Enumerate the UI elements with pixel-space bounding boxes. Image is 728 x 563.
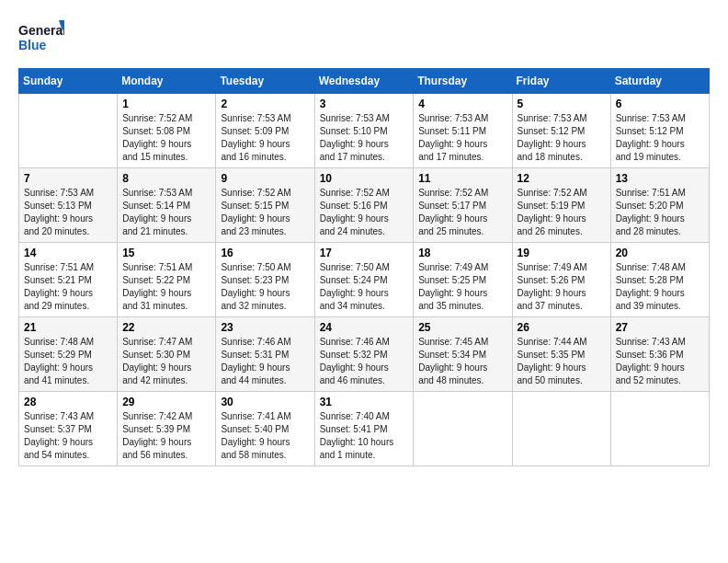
calendar-cell: 28Sunrise: 7:43 AMSunset: 5:37 PMDayligh… (19, 392, 118, 466)
calendar-cell: 29Sunrise: 7:42 AMSunset: 5:39 PMDayligh… (118, 392, 216, 466)
calendar-week-row: 14Sunrise: 7:51 AMSunset: 5:21 PMDayligh… (19, 243, 710, 317)
calendar-cell (414, 392, 512, 466)
day-number: 6 (616, 98, 704, 110)
svg-text:General: General (18, 23, 64, 38)
day-info: Sunrise: 7:48 AMSunset: 5:29 PMDaylight:… (24, 336, 112, 387)
day-number: 5 (518, 98, 606, 110)
day-info: Sunrise: 7:51 AMSunset: 5:22 PMDaylight:… (122, 261, 210, 313)
day-info: Sunrise: 7:51 AMSunset: 5:20 PMDaylight:… (616, 187, 704, 238)
day-info: Sunrise: 7:53 AMSunset: 5:12 PMDaylight:… (518, 112, 606, 164)
day-info: Sunrise: 7:45 AMSunset: 5:34 PMDaylight:… (418, 336, 506, 387)
day-number: 2 (221, 98, 309, 110)
day-info: Sunrise: 7:46 AMSunset: 5:32 PMDaylight:… (320, 336, 409, 387)
day-of-week-header: Thursday (414, 69, 512, 94)
calendar-cell: 7Sunrise: 7:53 AMSunset: 5:13 PMDaylight… (19, 168, 118, 243)
calendar-cell: 3Sunrise: 7:53 AMSunset: 5:10 PMDaylight… (314, 94, 414, 168)
calendar-cell: 19Sunrise: 7:49 AMSunset: 5:26 PMDayligh… (512, 243, 610, 317)
calendar-cell: 20Sunrise: 7:48 AMSunset: 5:28 PMDayligh… (610, 243, 709, 317)
calendar-cell: 9Sunrise: 7:52 AMSunset: 5:15 PMDaylight… (216, 168, 314, 243)
day-number: 18 (418, 247, 506, 259)
day-number: 15 (122, 247, 210, 259)
calendar-cell: 12Sunrise: 7:52 AMSunset: 5:19 PMDayligh… (512, 168, 610, 243)
day-info: Sunrise: 7:41 AMSunset: 5:40 PMDaylight:… (221, 410, 309, 462)
day-info: Sunrise: 7:53 AMSunset: 5:11 PMDaylight:… (418, 112, 506, 164)
day-info: Sunrise: 7:42 AMSunset: 5:39 PMDaylight:… (122, 410, 210, 462)
day-number: 28 (24, 396, 112, 408)
calendar-cell: 14Sunrise: 7:51 AMSunset: 5:21 PMDayligh… (19, 243, 118, 317)
day-info: Sunrise: 7:52 AMSunset: 5:08 PMDaylight:… (122, 112, 210, 164)
day-number: 8 (122, 172, 210, 185)
day-number: 13 (616, 172, 704, 185)
day-number: 19 (518, 247, 606, 259)
day-number: 23 (221, 321, 309, 334)
day-info: Sunrise: 7:49 AMSunset: 5:26 PMDaylight:… (518, 261, 606, 313)
day-of-week-header: Monday (118, 69, 216, 94)
day-info: Sunrise: 7:52 AMSunset: 5:15 PMDaylight:… (221, 187, 309, 238)
svg-text:Blue: Blue (18, 38, 47, 52)
calendar-cell: 11Sunrise: 7:52 AMSunset: 5:17 PMDayligh… (414, 168, 512, 243)
day-info: Sunrise: 7:40 AMSunset: 5:41 PMDaylight:… (320, 410, 409, 462)
calendar-cell: 17Sunrise: 7:50 AMSunset: 5:24 PMDayligh… (314, 243, 414, 317)
day-number: 17 (320, 247, 409, 259)
day-info: Sunrise: 7:53 AMSunset: 5:10 PMDaylight:… (320, 112, 409, 164)
day-info: Sunrise: 7:52 AMSunset: 5:17 PMDaylight:… (418, 187, 506, 238)
day-number: 7 (24, 172, 112, 185)
day-info: Sunrise: 7:46 AMSunset: 5:31 PMDaylight:… (221, 336, 309, 387)
day-info: Sunrise: 7:44 AMSunset: 5:35 PMDaylight:… (518, 336, 606, 387)
day-info: Sunrise: 7:53 AMSunset: 5:09 PMDaylight:… (221, 112, 309, 164)
day-number: 10 (320, 172, 409, 185)
calendar-cell: 1Sunrise: 7:52 AMSunset: 5:08 PMDaylight… (118, 94, 216, 168)
day-info: Sunrise: 7:47 AMSunset: 5:30 PMDaylight:… (122, 336, 210, 387)
day-number: 22 (122, 321, 210, 334)
day-info: Sunrise: 7:43 AMSunset: 5:36 PMDaylight:… (616, 336, 704, 387)
calendar-week-row: 28Sunrise: 7:43 AMSunset: 5:37 PMDayligh… (19, 392, 710, 466)
day-number: 21 (24, 321, 112, 334)
calendar-cell (512, 392, 610, 466)
calendar-cell: 22Sunrise: 7:47 AMSunset: 5:30 PMDayligh… (118, 317, 216, 392)
calendar-cell: 16Sunrise: 7:50 AMSunset: 5:23 PMDayligh… (216, 243, 314, 317)
day-of-week-header: Wednesday (314, 69, 414, 94)
day-number: 20 (616, 247, 704, 259)
calendar-cell: 31Sunrise: 7:40 AMSunset: 5:41 PMDayligh… (314, 392, 414, 466)
day-number: 24 (320, 321, 409, 334)
day-info: Sunrise: 7:50 AMSunset: 5:23 PMDaylight:… (221, 261, 309, 313)
calendar-cell: 6Sunrise: 7:53 AMSunset: 5:12 PMDaylight… (610, 94, 709, 168)
day-info: Sunrise: 7:50 AMSunset: 5:24 PMDaylight:… (320, 261, 409, 313)
day-info: Sunrise: 7:43 AMSunset: 5:37 PMDaylight:… (24, 410, 112, 462)
day-number: 1 (122, 98, 210, 110)
calendar-table: SundayMondayTuesdayWednesdayThursdayFrid… (18, 68, 710, 466)
day-of-week-header: Friday (512, 69, 610, 94)
day-info: Sunrise: 7:53 AMSunset: 5:13 PMDaylight:… (24, 187, 112, 238)
day-info: Sunrise: 7:53 AMSunset: 5:14 PMDaylight:… (122, 187, 210, 238)
calendar-cell: 30Sunrise: 7:41 AMSunset: 5:40 PMDayligh… (216, 392, 314, 466)
calendar-cell: 25Sunrise: 7:45 AMSunset: 5:34 PMDayligh… (414, 317, 512, 392)
day-number: 30 (221, 396, 309, 408)
day-info: Sunrise: 7:52 AMSunset: 5:19 PMDaylight:… (518, 187, 606, 238)
day-number: 12 (518, 172, 606, 185)
day-info: Sunrise: 7:52 AMSunset: 5:16 PMDaylight:… (320, 187, 409, 238)
calendar-cell: 4Sunrise: 7:53 AMSunset: 5:11 PMDaylight… (414, 94, 512, 168)
day-number: 16 (221, 247, 309, 259)
logo-svg: General Blue (18, 18, 64, 57)
day-number: 14 (24, 247, 112, 259)
calendar-cell: 5Sunrise: 7:53 AMSunset: 5:12 PMDaylight… (512, 94, 610, 168)
day-number: 25 (418, 321, 506, 334)
calendar-cell (19, 94, 118, 168)
day-number: 31 (320, 396, 409, 408)
calendar-cell (610, 392, 709, 466)
day-number: 27 (616, 321, 704, 334)
calendar-cell: 8Sunrise: 7:53 AMSunset: 5:14 PMDaylight… (118, 168, 216, 243)
calendar-cell: 18Sunrise: 7:49 AMSunset: 5:25 PMDayligh… (414, 243, 512, 317)
logo: General Blue (18, 18, 64, 57)
calendar-cell: 2Sunrise: 7:53 AMSunset: 5:09 PMDaylight… (216, 94, 314, 168)
day-of-week-header: Saturday (610, 69, 709, 94)
calendar-cell: 26Sunrise: 7:44 AMSunset: 5:35 PMDayligh… (512, 317, 610, 392)
calendar-week-row: 1Sunrise: 7:52 AMSunset: 5:08 PMDaylight… (19, 94, 710, 168)
calendar-cell: 27Sunrise: 7:43 AMSunset: 5:36 PMDayligh… (610, 317, 709, 392)
day-number: 11 (418, 172, 506, 185)
day-info: Sunrise: 7:49 AMSunset: 5:25 PMDaylight:… (418, 261, 506, 313)
calendar-cell: 24Sunrise: 7:46 AMSunset: 5:32 PMDayligh… (314, 317, 414, 392)
day-number: 29 (122, 396, 210, 408)
day-of-week-header: Sunday (19, 69, 118, 94)
calendar-cell: 13Sunrise: 7:51 AMSunset: 5:20 PMDayligh… (610, 168, 709, 243)
